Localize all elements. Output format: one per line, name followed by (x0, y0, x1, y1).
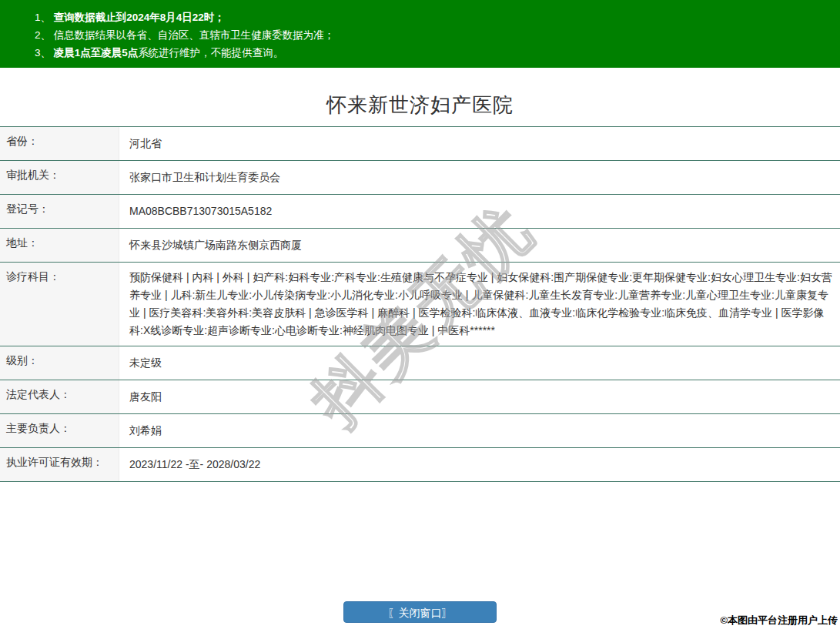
page-title: 怀来新世济妇产医院 (0, 91, 840, 119)
notice-number: 2、 (35, 29, 54, 41)
table-row-license-validity: 执业许可证有效期： 2023/11/22 -至- 2028/03/22 (0, 448, 840, 482)
table-row-approval-authority: 审批机关： 张家口市卫生和计划生育委员会 (0, 161, 840, 195)
row-value: MA08BCBB713073015A5182 (119, 195, 840, 228)
row-value: 河北省 (119, 127, 840, 160)
notice-bold-text: 凌晨1点至凌晨5点 (54, 47, 139, 59)
table-row-main-person-in-charge: 主要负责人： 刘希娟 (0, 414, 840, 448)
row-label: 执业许可证有效期： (0, 448, 119, 481)
button-area: 〖关闭窗口〗 (0, 601, 840, 623)
row-value: 未定级 (119, 346, 840, 380)
row-value: 2023/11/22 -至- 2028/03/22 (119, 448, 840, 481)
notice-line-3: 3、 凌晨1点至凌晨5点系统进行维护，不能提供查询。 (35, 44, 825, 62)
row-value: 唐友阳 (119, 380, 840, 413)
row-label: 主要负责人： (0, 414, 119, 447)
row-value: 怀来县沙城镇广场南路东侧京西商厦 (119, 229, 840, 262)
close-window-button[interactable]: 〖关闭窗口〗 (343, 601, 497, 623)
row-label: 级别： (0, 346, 119, 380)
row-label: 省份： (0, 127, 119, 160)
row-value: 预防保健科 | 内科 | 外科 | 妇产科:妇科专业:产科专业:生殖健康与不孕症… (119, 263, 840, 346)
row-value: 刘希娟 (119, 414, 840, 447)
upload-watermark: ©本图由平台注册用户上传 (720, 614, 838, 627)
row-label: 诊疗科目： (0, 263, 119, 346)
notice-line-2: 2、 信息数据结果以各省、自治区、直辖市卫生健康委数据为准； (35, 26, 825, 44)
table-row-level: 级别： 未定级 (0, 346, 840, 380)
row-label: 地址： (0, 229, 119, 262)
notice-number: 3、 (35, 47, 54, 59)
table-row-province: 省份： 河北省 (0, 127, 840, 161)
table-row-medical-subjects: 诊疗科目： 预防保健科 | 内科 | 外科 | 妇产科:妇科专业:产科专业:生殖… (0, 263, 840, 346)
table-row-address: 地址： 怀来县沙城镇广场南路东侧京西商厦 (0, 229, 840, 263)
notice-banner: 1、 查询数据截止到2024年8月4日22时； 2、 信息数据结果以各省、自治区… (0, 0, 840, 68)
row-label: 法定代表人： (0, 380, 119, 413)
table-row-registration-number: 登记号： MA08BCBB713073015A5182 (0, 195, 840, 229)
notice-bold-text: 查询数据截止到2024年8月4日22时； (54, 12, 225, 23)
notice-text: 信息数据结果以各省、自治区、直辖市卫生健康委数据为准； (54, 29, 335, 41)
table-row-legal-representative: 法定代表人： 唐友阳 (0, 380, 840, 414)
notice-line-1: 1、 查询数据截止到2024年8月4日22时； (35, 8, 825, 26)
row-label: 登记号： (0, 195, 119, 228)
notice-number: 1、 (35, 12, 54, 23)
info-table: 省份： 河北省 审批机关： 张家口市卫生和计划生育委员会 登记号： MA08BC… (0, 126, 840, 482)
notice-text: 系统进行维护，不能提供查询。 (138, 47, 283, 59)
row-value: 张家口市卫生和计划生育委员会 (119, 161, 840, 194)
row-label: 审批机关： (0, 161, 119, 194)
